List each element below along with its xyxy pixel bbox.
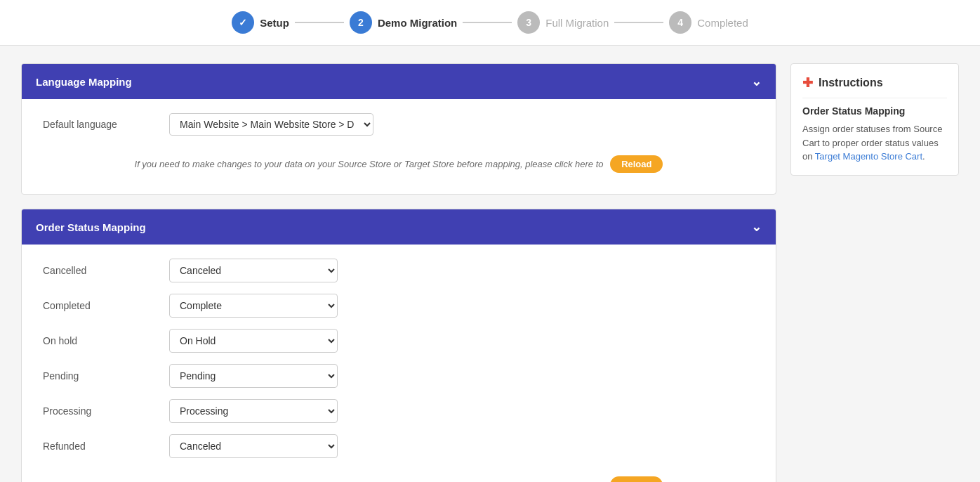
chevron-down-icon-2: ⌄ [751, 219, 762, 235]
step-label-setup: Setup [260, 17, 289, 29]
default-language-label: Default language [43, 119, 155, 130]
mapping-select-on-hold[interactable]: Canceled Complete On Hold Pending Proces… [169, 329, 338, 353]
connector-3 [614, 22, 663, 23]
chevron-down-icon: ⌄ [751, 74, 762, 89]
order-status-mapping-card: Order Status Mapping ⌄ Cancelled Cancele… [21, 209, 776, 482]
order-reload-button[interactable]: Reload [610, 476, 663, 482]
order-status-mapping-header[interactable]: Order Status Mapping ⌄ [22, 209, 776, 245]
language-mapping-body: Default language Main Website > Main Web… [22, 99, 776, 194]
step-demo-migration: 2 Demo Migration [350, 11, 457, 34]
step-circle-full: 3 [517, 11, 540, 34]
mapping-row-refunded: Refunded Canceled Complete On Hold Pendi… [43, 434, 755, 458]
mapping-select-processing[interactable]: Canceled Complete On Hold Pending Proces… [169, 399, 338, 423]
mapping-row-on-hold: On hold Canceled Complete On Hold Pendin… [43, 329, 755, 353]
instructions-icon: ✚ [802, 75, 813, 91]
language-mapping-title: Language Mapping [36, 76, 132, 88]
language-reload-notice: If you need to make changes to your data… [135, 159, 663, 169]
mapping-label-processing: Processing [43, 405, 155, 417]
instructions-subtitle: Order Status Mapping [802, 105, 947, 117]
language-reload-notice-container: If you need to make changes to your data… [43, 148, 755, 180]
language-reload-button[interactable]: Reload [610, 155, 663, 173]
mapping-label-pending: Pending [43, 370, 155, 382]
step-full-migration: 3 Full Migration [517, 11, 609, 34]
mapping-label-cancelled: Cancelled [43, 265, 155, 276]
default-language-row: Default language Main Website > Main Web… [43, 113, 755, 136]
step-setup: Setup [232, 11, 289, 34]
stepper: Setup 2 Demo Migration 3 Full Migration … [0, 0, 980, 46]
default-language-select[interactable]: Main Website > Main Website Store > D [169, 113, 373, 136]
mapping-select-refunded[interactable]: Canceled Complete On Hold Pending Proces… [169, 434, 338, 458]
order-status-mapping-body: Cancelled Canceled Complete On Hold Pend… [22, 245, 776, 482]
order-status-mapping-title: Order Status Mapping [36, 221, 146, 233]
instructions-title-text: Instructions [819, 77, 883, 89]
step-circle-completed: 4 [669, 11, 691, 34]
language-mapping-header[interactable]: Language Mapping ⌄ [22, 64, 776, 99]
instructions-card: ✚ Instructions Order Status Mapping Assi… [790, 63, 959, 176]
connector-2 [463, 22, 512, 23]
mapping-row-completed: Completed Canceled Complete On Hold Pend… [43, 294, 755, 318]
left-panel: Language Mapping ⌄ Default language Main… [21, 63, 776, 482]
mapping-label-refunded: Refunded [43, 441, 155, 452]
step-label-completed: Completed [697, 17, 748, 29]
step-circle-setup [232, 11, 254, 34]
mapping-label-completed: Completed [43, 300, 155, 311]
step-completed: 4 Completed [669, 11, 748, 34]
mapping-select-completed[interactable]: Canceled Complete On Hold Pending Proces… [169, 294, 338, 318]
mapping-row-pending: Pending Canceled Complete On Hold Pendin… [43, 364, 755, 388]
instructions-highlight: Target Magento Store Cart [815, 151, 922, 162]
language-mapping-card: Language Mapping ⌄ Default language Main… [21, 63, 776, 195]
instructions-text-part2: . [922, 151, 925, 162]
step-label-full: Full Migration [545, 17, 609, 29]
main-content: Language Mapping ⌄ Default language Main… [0, 46, 980, 482]
instructions-header: ✚ Instructions [802, 75, 947, 98]
check-icon [239, 17, 247, 28]
mapping-row-processing: Processing Canceled Complete On Hold Pen… [43, 399, 755, 423]
mapping-row-cancelled: Cancelled Canceled Complete On Hold Pend… [43, 259, 755, 282]
order-reload-notice-container: If you need to make changes to your data… [43, 469, 755, 482]
mapping-label-on-hold: On hold [43, 335, 155, 346]
step-label-demo: Demo Migration [378, 17, 457, 29]
language-reload-notice-text: If you need to make changes to your data… [135, 159, 604, 169]
step-circle-demo: 2 [350, 11, 372, 34]
mapping-select-pending[interactable]: Canceled Complete On Hold Pending Proces… [169, 364, 338, 388]
connector-1 [295, 22, 344, 23]
mapping-select-cancelled[interactable]: Canceled Complete On Hold Pending Proces… [169, 259, 338, 282]
instructions-body: Assign order statuses from Source Cart t… [802, 122, 947, 164]
step-number-demo: 2 [358, 17, 364, 28]
step-number-full: 3 [526, 17, 531, 28]
step-number-completed: 4 [677, 17, 683, 28]
right-panel: ✚ Instructions Order Status Mapping Assi… [790, 63, 959, 482]
